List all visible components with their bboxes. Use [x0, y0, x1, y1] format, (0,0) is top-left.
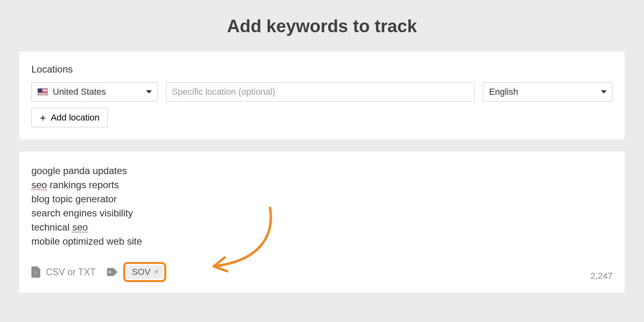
add-location-label: Add location — [51, 112, 99, 123]
keyword-line: blog topic generator — [31, 192, 613, 206]
character-count: 2,247 — [590, 271, 613, 281]
chevron-down-icon — [146, 90, 152, 93]
remove-tag-icon[interactable]: ✕ — [154, 269, 159, 275]
page-title: Add keywords to track — [0, 0, 644, 52]
upload-label[interactable]: CSV or TXT — [46, 267, 96, 278]
plus-icon: + — [40, 112, 46, 123]
keyword-tag[interactable]: SOV ✕ — [126, 265, 163, 279]
keywords-textarea[interactable]: google panda updatesseo rankings reports… — [31, 164, 613, 248]
keyword-line: mobile optimized web site — [31, 234, 613, 248]
keyword-line: google panda updates — [31, 164, 613, 178]
keyword-line: search engines visibility — [31, 206, 613, 220]
keyword-line: seo rankings reports — [31, 178, 613, 192]
tag-highlight: SOV ✕ — [123, 262, 166, 282]
svg-point-0 — [109, 271, 111, 273]
flag-us-icon — [37, 88, 48, 96]
keywords-panel: google panda updatesseo rankings reports… — [19, 152, 625, 293]
language-value: English — [489, 87, 518, 97]
country-select[interactable]: United States — [31, 82, 158, 102]
upload-file-icon[interactable]: ↑ — [31, 266, 40, 278]
chevron-down-icon — [601, 90, 607, 93]
add-location-button[interactable]: + Add location — [31, 108, 108, 127]
keywords-footer: ↑ CSV or TXT SOV ✕ 2,247 — [31, 262, 613, 282]
country-value: United States — [53, 87, 106, 97]
tag-label: SOV — [132, 267, 151, 277]
specific-location-input[interactable] — [166, 82, 475, 102]
language-select[interactable]: English — [483, 82, 613, 102]
locations-panel: Locations United States English + Add lo… — [19, 52, 625, 139]
tag-icon[interactable] — [107, 268, 118, 276]
keyword-line: technical seo — [31, 220, 613, 234]
locations-label: Locations — [31, 64, 613, 75]
